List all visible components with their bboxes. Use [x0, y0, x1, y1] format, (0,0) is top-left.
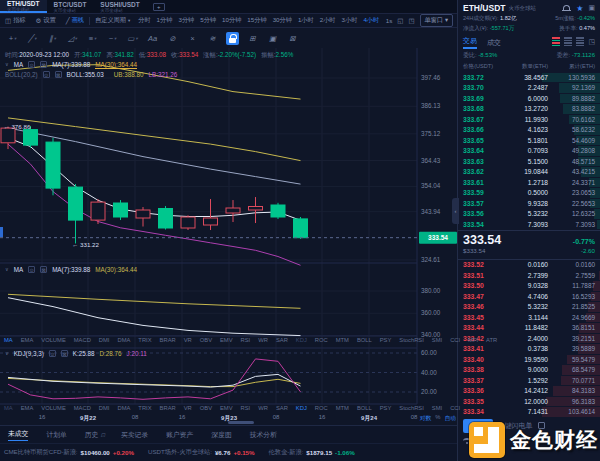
indicator-tab[interactable]: EMV: [216, 405, 237, 411]
lock-icon[interactable]: [226, 32, 239, 45]
indicator-button[interactable]: ◫ 指标: [0, 16, 31, 25]
period-tab[interactable]: 3小时: [339, 16, 361, 25]
draw-tool-icon[interactable]: ⊘: [164, 34, 181, 43]
pair-tab[interactable]: BTC/USDT 火币全球站: [47, 0, 94, 13]
indicator-tab[interactable]: WR: [254, 405, 272, 411]
bottom-tab[interactable]: 账户资产: [166, 430, 195, 440]
period-tab[interactable]: 4小时: [360, 16, 382, 25]
bid-row[interactable]: 333.36 14.2412 84.3183: [458, 386, 600, 397]
pair-tab[interactable]: SUSHI/USDT 火币全球站: [93, 0, 146, 13]
indicator-tab[interactable]: MA: [0, 337, 17, 343]
draw-tool-icon[interactable]: ◿▾: [64, 34, 81, 43]
bid-row[interactable]: 333.50 9.0328 11.7887: [458, 281, 600, 292]
indicator-tab[interactable]: ATR: [482, 337, 501, 343]
bottom-tab[interactable]: 技术分析: [250, 430, 279, 440]
indicator-tab[interactable]: RSI: [237, 337, 255, 343]
indicator-close-icon[interactable]: ⊠: [40, 61, 47, 68]
indicator-tab[interactable]: DMA: [113, 337, 134, 343]
indicator-tab[interactable]: BRAR: [156, 405, 180, 411]
indicator-tab[interactable]: EMV: [216, 337, 237, 343]
ask-row[interactable]: 333.68 13.2720 83.8882: [458, 104, 600, 115]
indicator-settings-icon[interactable]: ⊙: [43, 71, 50, 78]
indicator-tab[interactable]: WR: [254, 337, 272, 343]
draw-tool-icon[interactable]: ▣: [264, 34, 281, 43]
bid-row[interactable]: 333.34 7.1431 103.4614: [458, 407, 600, 418]
period-tab[interactable]: 分时: [135, 16, 153, 25]
log-scale-toggle[interactable]: 对数: [420, 414, 432, 423]
bid-row[interactable]: 333.40 19.9590 59.5479: [458, 354, 600, 365]
period-tab[interactable]: 3分钟: [175, 16, 197, 25]
bid-row[interactable]: 333.41 0.3738 39.5889: [458, 344, 600, 355]
indicator-tab[interactable]: PSY: [376, 337, 396, 343]
bid-row[interactable]: 333.35 12.0000 96.3183: [458, 396, 600, 407]
draw-tool-icon[interactable]: ~▾: [104, 34, 121, 43]
period-tab[interactable]: 2小时: [317, 16, 339, 25]
bottom-tab[interactable]: 买卖记录: [121, 430, 150, 440]
custom-period-dropdown[interactable]: 自定义周期 ▾: [90, 16, 135, 25]
draw-tool-icon[interactable]: ╱▾: [24, 34, 41, 43]
indicator-tab[interactable]: BOLL: [353, 337, 376, 343]
layout-panel-icon[interactable]: ▣: [588, 4, 595, 12]
indicator-tab[interactable]: MACD: [70, 405, 95, 411]
ask-row[interactable]: 333.70 2.2487 92.1369: [458, 83, 600, 94]
indicator-tab[interactable]: VR: [180, 337, 196, 343]
ask-row[interactable]: 333.62 19.0844 43.4215: [458, 167, 600, 178]
auto-scale-toggle[interactable]: 自动: [444, 414, 456, 423]
ticker-item[interactable]: USDT场外-火币全球站: ¥6.76 +0.15%: [148, 448, 255, 457]
ask-row[interactable]: 333.57 9.9328 22.5653: [458, 198, 600, 209]
indicator-tab[interactable]: KDJ: [292, 405, 311, 411]
ask-row[interactable]: 333.56 5.3232 12.6325: [458, 209, 600, 220]
period-tab[interactable]: 1分钟: [154, 16, 176, 25]
period-tab[interactable]: 30分钟: [270, 16, 295, 25]
indicator-close-icon[interactable]: ⊠: [40, 266, 47, 273]
draw-tool-icon[interactable]: ⊞: [244, 34, 261, 43]
draw-tool-icon[interactable]: ≡▾: [84, 34, 101, 43]
percent-scale-toggle[interactable]: %: [435, 414, 440, 423]
draw-tool-icon[interactable]: ∥▾: [44, 34, 61, 43]
ask-row[interactable]: 333.59 0.5000 23.0653: [458, 188, 600, 199]
indicator-tab[interactable]: SAR: [272, 337, 292, 343]
bid-row[interactable]: 333.51 2.7399 2.7559: [458, 270, 600, 281]
indicator-close-icon[interactable]: ⊠: [61, 350, 68, 357]
indicator-tab[interactable]: VOLUME: [37, 337, 69, 343]
indicator-tab[interactable]: VOLUME: [37, 405, 69, 411]
draw-tool-icon[interactable]: +▾: [4, 34, 21, 43]
bottom-tab[interactable]: 深度图: [211, 430, 233, 440]
bid-row[interactable]: 333.47 4.7406 16.5293: [458, 291, 600, 302]
book-view-buy-icon[interactable]: [564, 37, 572, 46]
ticker-item[interactable]: 伦敦金-新浪: $1879.15 -1.06%: [269, 448, 355, 457]
pair-tab[interactable]: ETH/USDT 火币全球站: [0, 0, 47, 13]
popout-icon[interactable]: ◳: [408, 17, 414, 25]
indicator-tab[interactable]: SMI: [428, 405, 446, 411]
indicator-tab[interactable]: SAR: [272, 405, 292, 411]
ask-row[interactable]: 333.54 7.3093 7.3093: [458, 219, 600, 230]
draw-button[interactable]: ╱ 画线: [61, 16, 89, 25]
ticker-item[interactable]: CME比特币期货CFD-新浪: $10460.00 +0.20%: [4, 448, 134, 457]
bid-row[interactable]: 333.37 1.5292 70.0771: [458, 375, 600, 386]
indicator-tab[interactable]: RSI: [237, 405, 255, 411]
indicator-tab[interactable]: OBV: [196, 405, 216, 411]
indicator-tab[interactable]: OBV: [196, 337, 216, 343]
bid-row[interactable]: 333.45 3.1144 24.9669: [458, 312, 600, 323]
candlestick-chart[interactable]: 397.46386.13375.12364.43354.04343.94324.…: [0, 48, 457, 425]
indicator-tab[interactable]: DMA: [113, 405, 134, 411]
bid-row[interactable]: 333.52 0.0160 0.0160: [458, 260, 600, 271]
fullscreen-icon[interactable]: ◱: [397, 17, 403, 25]
ask-row[interactable]: 333.72 38.4567 130.5936: [458, 72, 600, 83]
popout-icon[interactable]: ◳: [588, 38, 595, 46]
indicator-tab[interactable]: VR: [180, 405, 196, 411]
indicator-tab[interactable]: StochRSI: [395, 405, 428, 411]
indicator-tab[interactable]: MACD: [70, 337, 95, 343]
indicator-tab[interactable]: CCI: [446, 405, 464, 411]
bottom-tab[interactable]: 历史⊡: [85, 430, 105, 440]
bid-row[interactable]: 333.44 11.8482 36.8151: [458, 323, 600, 334]
ask-row[interactable]: 333.66 4.1623 58.6232: [458, 125, 600, 136]
settings-button[interactable]: ⚙ 设置: [31, 16, 61, 25]
draw-tool-icon[interactable]: ▭▾: [124, 34, 141, 43]
indicator-settings-icon[interactable]: ⊙: [28, 61, 35, 68]
ask-row[interactable]: 333.69 6.0000 89.8882: [458, 93, 600, 104]
indicator-tab[interactable]: ROC: [311, 405, 332, 411]
indicator-tab[interactable]: DMI: [95, 405, 114, 411]
bottom-tab[interactable]: 未成交: [8, 429, 30, 441]
period-tab[interactable]: 5分钟: [197, 16, 219, 25]
